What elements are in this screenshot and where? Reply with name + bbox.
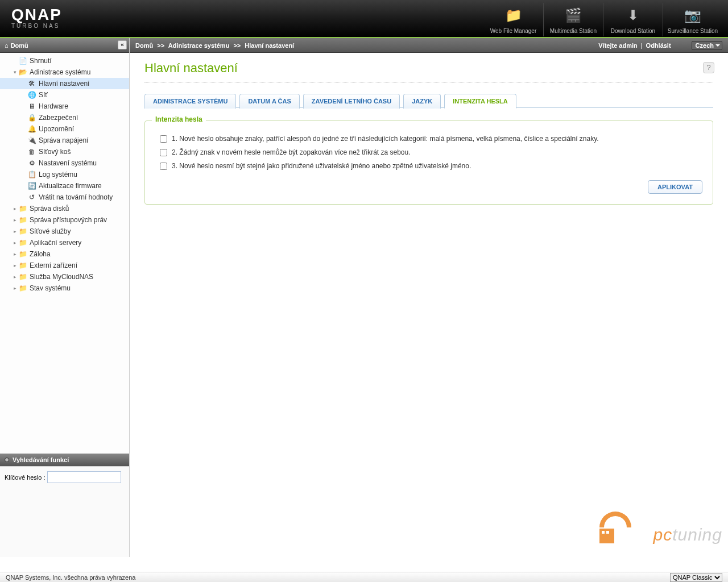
logout-link[interactable]: Odhlásit bbox=[646, 42, 671, 49]
crumb-home[interactable]: Domů bbox=[135, 42, 153, 49]
sidebar-item-vr-tit-na-tov-rn-hodnoty[interactable]: ↺Vrátit na tovární hodnoty bbox=[0, 192, 129, 203]
tree-toggle-icon[interactable]: ▸ bbox=[11, 285, 18, 291]
sidebar-item-spr-va-nap-jen-[interactable]: 🔌Správa napájení bbox=[0, 135, 129, 146]
tree-toggle-icon[interactable]: ▸ bbox=[11, 274, 18, 280]
app-web-file-manager[interactable]: 📁 Web File Manager bbox=[483, 3, 543, 36]
search-label: Klíčové heslo : bbox=[5, 474, 46, 481]
tab-adinistrace-syst-mu[interactable]: ADINISTRACE SYSTÉMU bbox=[144, 94, 236, 109]
tree-toggle-icon[interactable]: ▾ bbox=[11, 69, 18, 75]
page-title: Hlavní nastavení bbox=[144, 61, 713, 76]
sidebar-item-nastaven-syst-mu[interactable]: ⚙Nastavení systému bbox=[0, 157, 129, 169]
tree-item-icon: 📂 bbox=[18, 68, 27, 77]
tree-item-label: Síťový koš bbox=[39, 148, 71, 156]
tree-toggle-icon[interactable]: ▸ bbox=[11, 240, 18, 246]
tree-item-label: Vrátit na tovární hodnoty bbox=[39, 193, 113, 201]
watermark-part2: tuning bbox=[672, 525, 722, 544]
tree-item-label: Záloha bbox=[30, 250, 51, 258]
tree-item-label: Hlavní nastavení bbox=[39, 80, 89, 88]
sidebar-item-zabezpe-en-[interactable]: 🔒Zabezpečení bbox=[0, 112, 129, 123]
tab-jazyk[interactable]: JAZYK bbox=[403, 94, 441, 109]
rule-1-checkbox[interactable] bbox=[160, 135, 167, 143]
crumb-page: Hlavní nastavení bbox=[245, 42, 294, 49]
brand-subtitle: TURBO NAS bbox=[11, 23, 62, 29]
sidebar-item-spr-va-p-stupov-ch-pr-v[interactable]: ▸📁Správa přístupových práv bbox=[0, 214, 129, 226]
sidebar-item-s-ov-ko-[interactable]: 🗑Síťový koš bbox=[0, 146, 129, 157]
clapper-app-icon: 🎬 bbox=[563, 5, 584, 26]
sidebar-item-shrnut-[interactable]: 📄Shrnutí bbox=[0, 55, 129, 66]
brand-name: QNAP bbox=[11, 6, 62, 24]
app-download-station[interactable]: ⬇ Download Station bbox=[603, 3, 663, 36]
apply-button[interactable]: APLIKOVAT bbox=[648, 180, 702, 194]
folder-app-icon: 📁 bbox=[503, 5, 524, 26]
tree-item-label: Aplikační servery bbox=[30, 239, 81, 247]
tree-item-icon: 📁 bbox=[18, 272, 27, 281]
tree-item-icon: 📄 bbox=[18, 56, 27, 65]
tree-item-label: Správa napájení bbox=[39, 136, 88, 144]
sidebar-item-aplika-n-servery[interactable]: ▸📁Aplikační servery bbox=[0, 237, 129, 248]
sidebar-item-stav-syst-mu[interactable]: ▸📁Stav systému bbox=[0, 282, 129, 294]
sidebar-item-log-syst-mu[interactable]: 📋Log systému bbox=[0, 169, 129, 180]
tree-item-icon: 🔒 bbox=[27, 113, 36, 122]
app-header: QNAP TURBO NAS 📁 Web File Manager 🎬 Mult… bbox=[0, 0, 728, 38]
sidebar-item-adinistrace-syst-mu[interactable]: ▾📂Adinistrace systému bbox=[0, 66, 129, 78]
tab-datum-a-as[interactable]: DATUM A ČAS bbox=[239, 94, 299, 109]
search-panel-title: Vyhledávání funkcí bbox=[0, 454, 129, 466]
sidebar-item-hlavn-nastaven-[interactable]: 🛠Hlavní nastavení bbox=[0, 78, 129, 89]
sidebar-item-upozorn-n-[interactable]: 🔔Upozornění bbox=[0, 123, 129, 135]
status-bar: QNAP Systems, Inc. všechna práva vyhraze… bbox=[0, 572, 728, 582]
language-label: Czech bbox=[696, 42, 714, 49]
rule-3-checkbox[interactable] bbox=[160, 163, 167, 170]
app-surveillance-station[interactable]: 📷 Surveillance Station bbox=[663, 3, 722, 36]
sidebar-item-spr-va-disk-[interactable]: ▸📁Správa disků bbox=[0, 203, 129, 214]
tree-toggle-icon[interactable]: ▸ bbox=[11, 217, 18, 223]
bullet-icon bbox=[5, 458, 9, 462]
rule-row: 2. Žádný znak v novém hesle nemůže být z… bbox=[160, 148, 702, 156]
tree-item-label: Síť bbox=[39, 91, 48, 99]
tree-toggle-icon[interactable]: ▸ bbox=[11, 206, 18, 211]
theme-select[interactable]: QNAP Classic bbox=[670, 573, 722, 582]
tree-item-label: Stav systému bbox=[30, 284, 71, 292]
tree-item-icon: 📁 bbox=[18, 204, 27, 213]
app-label: Download Station bbox=[603, 28, 663, 34]
sidebar-item-z-loha[interactable]: ▸📁Záloha bbox=[0, 248, 129, 260]
crumb-section[interactable]: Adinistrace systému bbox=[168, 42, 230, 49]
sidebar-item-s-[interactable]: 🌐Síť bbox=[0, 89, 129, 101]
rule-2-checkbox[interactable] bbox=[160, 149, 167, 156]
sidebar-item-slu-ba-mycloudnas[interactable]: ▸📁Služba MyCloudNAS bbox=[0, 271, 129, 282]
tree-item-label: Shrnutí bbox=[30, 57, 52, 65]
tree-toggle-icon[interactable]: ▸ bbox=[11, 228, 18, 234]
sidebar: ⌂ Domů « 📄Shrnutí▾📂Adinistrace systému🛠H… bbox=[0, 38, 130, 557]
tree-item-icon: 📁 bbox=[18, 227, 27, 236]
rule-1-label: 1. Nové heslo obsahuje znaky, patřící al… bbox=[172, 135, 599, 143]
app-label: Multimedia Station bbox=[544, 28, 603, 34]
tree-item-icon: ⚙ bbox=[27, 159, 36, 168]
tab-intenzita-hesla[interactable]: INTENZITA HESLA bbox=[444, 94, 516, 109]
sidebar-item-hardware[interactable]: 🖥Hardware bbox=[0, 101, 129, 112]
breadcrumb-bar: Domů >> Adinistrace systému >> Hlavní na… bbox=[130, 38, 728, 53]
sidebar-item-s-ov-slu-by[interactable]: ▸📁Síťové služby bbox=[0, 226, 129, 237]
app-label: Web File Manager bbox=[483, 28, 543, 34]
tree-item-icon: 📁 bbox=[18, 215, 27, 225]
tree-item-icon: 📁 bbox=[18, 238, 27, 247]
help-icon[interactable]: ? bbox=[703, 62, 714, 73]
search-input[interactable] bbox=[47, 471, 121, 483]
tab-zaveden-letn-ho-asu[interactable]: ZAVEDENÍ LETNÍHO ČASU bbox=[303, 94, 400, 109]
breadcrumb: Domů >> Adinistrace systému >> Hlavní na… bbox=[135, 42, 294, 49]
tree-toggle-icon[interactable]: ▸ bbox=[11, 263, 18, 268]
tree-toggle-icon[interactable]: ▸ bbox=[11, 251, 18, 257]
sidebar-item-aktualizace-firmware[interactable]: 🔄Aktualizace firmware bbox=[0, 180, 129, 192]
sidebar-title-bar: ⌂ Domů « bbox=[0, 38, 129, 53]
sidebar-item-extern-za-zen-[interactable]: ▸📁Externí zařízení bbox=[0, 260, 129, 271]
tree-item-icon: 🔄 bbox=[27, 181, 36, 190]
home-icon: ⌂ bbox=[5, 42, 9, 49]
app-multimedia-station[interactable]: 🎬 Multimedia Station bbox=[543, 3, 603, 36]
language-dropdown[interactable]: Czech bbox=[692, 41, 722, 50]
watermark-part1: pc bbox=[653, 525, 673, 544]
tree-item-label: Služba MyCloudNAS bbox=[30, 273, 93, 281]
app-label: Surveillance Station bbox=[663, 28, 722, 34]
rule-row: 1. Nové heslo obsahuje znaky, patřící al… bbox=[160, 135, 702, 143]
camera-app-icon: 📷 bbox=[682, 5, 703, 26]
tree-item-icon: 📁 bbox=[18, 250, 27, 259]
sidebar-collapse-button[interactable]: « bbox=[118, 40, 127, 49]
tree-item-label: Log systému bbox=[39, 171, 77, 178]
